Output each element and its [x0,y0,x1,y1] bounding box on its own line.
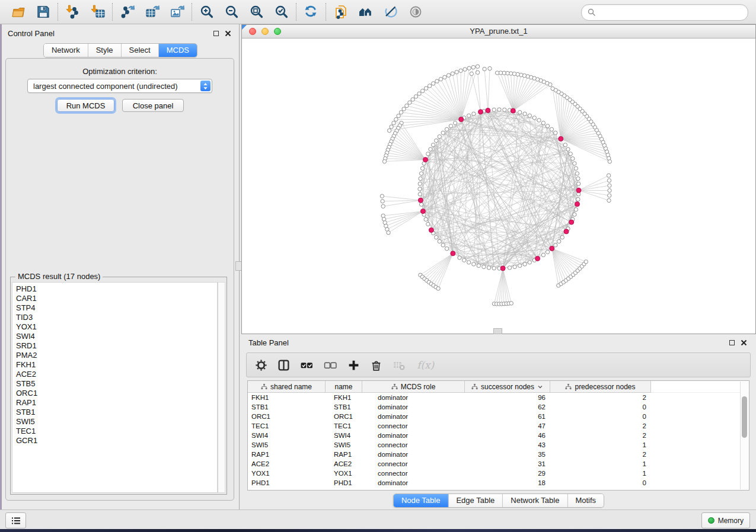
mcds-result-item[interactable]: ACE2 [12,370,217,379]
network-node[interactable] [575,172,579,175]
cell-predecessor-nodes[interactable]: 2 [550,393,651,402]
cell-shared-name[interactable]: FKH1 [248,393,326,402]
cell-name[interactable]: RAP1 [326,450,362,459]
network-node[interactable] [399,111,403,114]
zoom-in-button[interactable] [194,2,219,22]
network-node[interactable] [537,118,541,122]
show-hidden-button[interactable] [403,2,428,22]
cell-mcds-role[interactable]: dominator [362,393,465,402]
network-node[interactable] [435,235,438,239]
mcds-list-scrollbar[interactable] [218,282,225,493]
network-node-mcds-hub[interactable] [451,251,455,256]
network-node[interactable] [518,264,522,267]
cell-predecessor-nodes[interactable]: 1 [550,440,651,450]
cell-name[interactable]: STB1 [326,402,362,412]
network-node[interactable] [417,92,421,95]
network-node[interactable] [421,89,425,92]
deselect-all-button[interactable] [324,359,337,371]
cell-name[interactable]: FKH1 [326,393,362,402]
network-node[interactable] [557,239,561,243]
network-node[interactable] [477,264,480,267]
cell-predecessor-nodes[interactable]: 0 [550,478,651,488]
mcds-result-item[interactable]: SWI5 [12,417,217,427]
network-node[interactable] [380,194,384,198]
table-row[interactable]: SWI4SWI4dominator462 [248,431,749,440]
network-node[interactable] [463,68,467,71]
task-history-button[interactable] [5,512,26,528]
cell-mcds-role[interactable]: connector [362,421,465,431]
network-node[interactable] [492,108,496,111]
network-node[interactable] [551,86,554,90]
network-canvas[interactable] [242,38,755,334]
cell-successor-nodes[interactable]: 96 [465,393,550,402]
network-node[interactable] [532,116,536,120]
network-node-mcds-hub[interactable] [479,110,483,114]
network-node[interactable] [414,95,417,98]
network-node[interactable] [441,131,445,134]
network-node-mcds-hub[interactable] [459,117,464,122]
network-node[interactable] [458,256,461,259]
table-row[interactable]: RAP1RAP1dominator352 [248,450,749,459]
network-node[interactable] [451,72,454,75]
zoom-out-button[interactable] [219,2,244,22]
network-node[interactable] [488,66,492,70]
network-node[interactable] [546,250,549,254]
network-node[interactable] [453,121,457,124]
cell-mcds-role[interactable]: dominator [362,402,465,412]
network-node[interactable] [569,152,572,156]
network-node[interactable] [472,112,476,116]
mcds-result-item[interactable]: PHD1 [12,284,217,294]
tab-select[interactable]: Select [121,44,158,57]
network-node[interactable] [518,110,522,114]
delete-column-button[interactable] [370,359,382,371]
mcds-result-item[interactable]: STP4 [12,303,217,313]
network-node[interactable] [446,73,450,77]
home-button[interactable] [353,2,378,22]
network-node[interactable] [482,265,486,268]
table-row[interactable]: YOX1YOX1connector291 [248,469,749,478]
network-node[interactable] [467,261,471,264]
network-node[interactable] [560,235,564,239]
network-node[interactable] [435,139,438,142]
network-node[interactable] [577,182,580,185]
network-node[interactable] [574,166,578,170]
table-scrollbar[interactable] [740,382,748,489]
cell-mcds-role[interactable]: connector [362,459,465,469]
cell-shared-name[interactable]: TEC1 [248,421,326,431]
mcds-result-item[interactable]: CAR1 [12,294,217,303]
tab-motifs[interactable]: Motifs [567,494,604,507]
network-node[interactable] [523,112,527,116]
table-row[interactable]: FKH1FKH1dominator962 [248,393,749,402]
mcds-result-item[interactable]: STB1 [12,408,217,417]
mcds-result-item[interactable]: ORC1 [12,389,217,398]
cell-predecessor-nodes[interactable]: 0 [550,412,651,421]
mcds-result-list[interactable]: PHD1CAR1STP4TID3YOX1SWI4SRD1PMA2FKH1ACE2… [12,282,218,493]
network-node[interactable] [541,121,545,124]
cell-predecessor-nodes[interactable]: 2 [550,450,651,459]
mcds-result-item[interactable]: SWI4 [12,332,217,341]
network-node[interactable] [546,124,549,128]
column-header-predecessor-nodes[interactable]: predecessor nodes [550,381,651,393]
network-node[interactable] [541,253,545,257]
network-node[interactable] [387,129,391,132]
cell-predecessor-nodes[interactable]: 2 [550,421,651,431]
network-node[interactable] [419,203,423,206]
add-column-button[interactable] [347,359,360,371]
network-node[interactable] [381,204,385,208]
mcds-result-item[interactable]: FKH1 [12,360,217,370]
mcds-result-item[interactable]: SRD1 [12,341,217,351]
cell-name[interactable]: PHD1 [326,478,362,488]
cell-successor-nodes[interactable]: 61 [465,412,550,421]
network-node-mcds-hub[interactable] [420,209,425,214]
network-node[interactable] [402,107,406,111]
network-node[interactable] [455,70,458,74]
network-node[interactable] [419,172,423,175]
network-node[interactable] [492,267,496,270]
save-session-button[interactable] [31,2,56,22]
network-node[interactable] [381,200,384,203]
network-node[interactable] [418,182,422,185]
mcds-result-item[interactable]: PMA2 [12,351,217,360]
network-node-mcds-hub[interactable] [535,256,540,261]
cell-name[interactable]: YOX1 [326,469,362,478]
network-node[interactable] [554,243,557,247]
